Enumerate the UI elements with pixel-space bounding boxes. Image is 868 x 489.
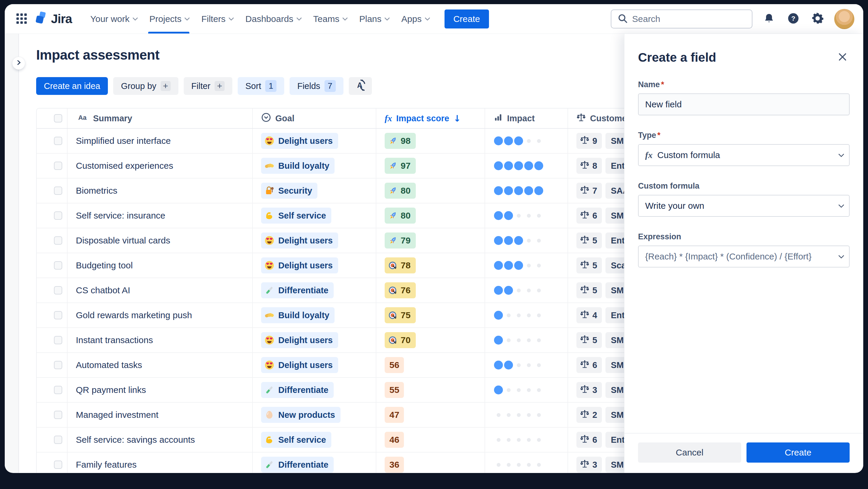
help-button[interactable]: ?	[786, 11, 801, 27]
goal-cell[interactable]: Delight users	[253, 353, 376, 377]
settings-button[interactable]	[810, 11, 825, 27]
summary-cell[interactable]: Biometrics	[68, 178, 253, 203]
nav-item-your-work[interactable]: Your work	[84, 4, 143, 33]
summary-cell[interactable]: Self service: savings accounts	[68, 428, 253, 452]
summary-cell[interactable]: Simplified user interface	[68, 129, 253, 153]
impact-rating-cell[interactable]	[485, 203, 568, 228]
goal-cell[interactable]: Delight users	[253, 129, 376, 153]
summary-cell[interactable]: Instant transactions	[68, 328, 253, 352]
impact-rating-cell[interactable]	[485, 378, 568, 402]
row-checkbox[interactable]	[54, 186, 62, 195]
impact-rating-cell[interactable]	[485, 228, 568, 253]
type-select[interactable]: fx Custom formula	[638, 144, 849, 166]
impact-score-cell[interactable]: 46	[376, 428, 485, 452]
goal-cell[interactable]: New products	[253, 403, 376, 427]
goal-cell[interactable]: Build loyalty	[253, 303, 376, 327]
cancel-button[interactable]: Cancel	[638, 442, 741, 463]
auto-format-button[interactable]: A	[349, 77, 372, 95]
goal-cell[interactable]: Delight users	[253, 228, 376, 253]
impact-rating-cell[interactable]	[485, 253, 568, 278]
row-checkbox[interactable]	[54, 162, 62, 170]
impact-rating-cell[interactable]	[485, 428, 568, 452]
goal-cell[interactable]: Build loyalty	[253, 153, 376, 178]
nav-item-apps[interactable]: Apps	[395, 4, 435, 33]
impact-score-cell[interactable]: 70	[376, 328, 485, 352]
impact-score-cell[interactable]: 76	[376, 278, 485, 303]
row-checkbox[interactable]	[54, 137, 62, 145]
row-checkbox[interactable]	[54, 361, 62, 369]
summary-cell[interactable]: Customised experiences	[68, 153, 253, 178]
summary-cell[interactable]: Budgeting tool	[68, 253, 253, 278]
impact-score-cell[interactable]: 55	[376, 378, 485, 402]
row-checkbox[interactable]	[54, 336, 62, 344]
summary-cell[interactable]: Disposable virtual cards	[68, 228, 253, 253]
goal-cell[interactable]: Self service	[253, 203, 376, 228]
nav-item-projects[interactable]: Projects	[143, 4, 195, 33]
impact-score-cell[interactable]: 56	[376, 353, 485, 377]
column-header-impact-score[interactable]: fx Impact score ↓	[376, 109, 485, 128]
row-checkbox[interactable]	[54, 411, 62, 419]
goal-cell[interactable]: Differentiate	[253, 278, 376, 303]
impact-rating-cell[interactable]	[485, 178, 568, 203]
impact-score-cell[interactable]: 80	[376, 203, 485, 228]
name-field[interactable]: New field	[638, 93, 849, 115]
row-checkbox[interactable]	[54, 436, 62, 444]
nav-create-button[interactable]: Create	[444, 9, 489, 28]
goal-cell[interactable]: Delight users	[253, 328, 376, 352]
summary-cell[interactable]: Managed investment	[68, 403, 253, 427]
impact-score-cell[interactable]: 79	[376, 228, 485, 253]
nav-item-dashboards[interactable]: Dashboards	[239, 4, 307, 33]
column-header-summary[interactable]: Aa Summary	[68, 109, 253, 128]
summary-cell[interactable]: Gold rewards marketing push	[68, 303, 253, 327]
jira-logo[interactable]: Jira	[34, 11, 72, 27]
filter-button[interactable]: Filter +	[184, 77, 232, 95]
impact-rating-cell[interactable]	[485, 278, 568, 303]
goal-cell[interactable]: Differentiate	[253, 378, 376, 402]
impact-score-cell[interactable]: 47	[376, 403, 485, 427]
row-checkbox[interactable]	[54, 461, 62, 469]
notifications-button[interactable]	[761, 11, 777, 27]
summary-cell[interactable]: CS chatbot AI	[68, 278, 253, 303]
create-field-button[interactable]: Create	[746, 442, 849, 463]
sidebar-expand-button[interactable]	[12, 57, 25, 69]
summary-cell[interactable]: Family features	[68, 453, 253, 473]
impact-rating-cell[interactable]	[485, 153, 568, 178]
summary-cell[interactable]: Automated tasks	[68, 353, 253, 377]
search-input[interactable]	[632, 14, 746, 24]
nav-item-teams[interactable]: Teams	[307, 4, 353, 33]
nav-item-filters[interactable]: Filters	[195, 4, 239, 33]
nav-item-plans[interactable]: Plans	[353, 4, 395, 33]
fields-button[interactable]: Fields 7	[289, 77, 343, 95]
group-by-button[interactable]: Group by +	[113, 77, 178, 95]
impact-rating-cell[interactable]	[485, 453, 568, 473]
impact-score-cell[interactable]: 97	[376, 153, 485, 178]
search-box[interactable]	[611, 9, 752, 28]
goal-cell[interactable]: Self service	[253, 428, 376, 452]
row-checkbox[interactable]	[54, 311, 62, 319]
impact-score-cell[interactable]: 78	[376, 253, 485, 278]
row-checkbox[interactable]	[54, 236, 62, 244]
impact-rating-cell[interactable]	[485, 328, 568, 352]
column-header-goal[interactable]: Goal	[253, 109, 376, 128]
avatar[interactable]	[834, 9, 855, 29]
close-panel-button[interactable]	[835, 50, 849, 65]
goal-cell[interactable]: Differentiate	[253, 453, 376, 473]
impact-rating-cell[interactable]	[485, 303, 568, 327]
row-checkbox[interactable]	[54, 261, 62, 269]
sort-button[interactable]: Sort 1	[238, 77, 284, 95]
row-checkbox[interactable]	[54, 386, 62, 394]
select-all-checkbox[interactable]	[54, 114, 62, 122]
app-switcher-icon[interactable]	[13, 11, 30, 27]
impact-score-cell[interactable]: 80	[376, 178, 485, 203]
impact-score-cell[interactable]: 98	[376, 129, 485, 153]
goal-cell[interactable]: Security	[253, 178, 376, 203]
create-idea-button[interactable]: Create an idea	[36, 77, 108, 95]
column-header-impact[interactable]: Impact	[485, 109, 568, 128]
expression-select[interactable]: {Reach} * {Impact} * (Confidence) / {Eff…	[638, 246, 849, 267]
goal-cell[interactable]: Delight users	[253, 253, 376, 278]
row-checkbox[interactable]	[54, 286, 62, 294]
impact-rating-cell[interactable]	[485, 403, 568, 427]
summary-cell[interactable]: Self service: insurance	[68, 203, 253, 228]
impact-rating-cell[interactable]	[485, 353, 568, 377]
summary-cell[interactable]: QR payment links	[68, 378, 253, 402]
